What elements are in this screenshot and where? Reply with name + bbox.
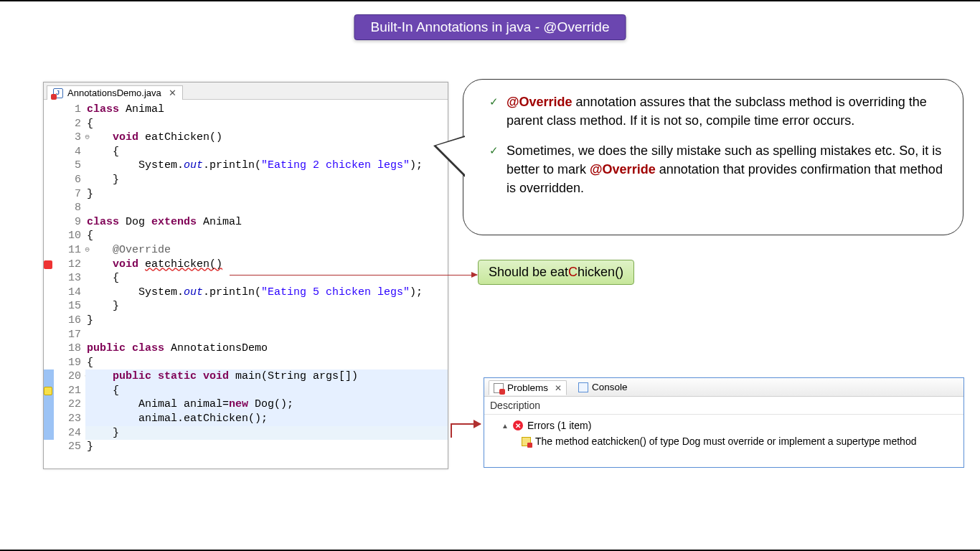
code-line[interactable]: animal.eatChicken(); (85, 412, 448, 426)
problems-arrow (451, 423, 481, 425)
line-number: 2 (57, 117, 81, 131)
line-number: 5 (57, 159, 81, 173)
code-line[interactable]: @Override (85, 243, 448, 258)
line-number: 18 (57, 342, 81, 356)
line-number: 17 (57, 328, 81, 342)
code-line[interactable]: System.out.println("Eating 5 chicken leg… (85, 286, 448, 300)
callout-point-1: @Override annotation assures that the su… (492, 93, 943, 130)
code-line[interactable]: } (85, 299, 448, 314)
hint-arrow (230, 275, 477, 276)
code-line[interactable] (85, 201, 448, 215)
line-number: 24 (57, 426, 81, 441)
line-number: 11 (57, 243, 81, 258)
code-line[interactable]: class Dog extends Animal (85, 215, 448, 230)
error-item-row[interactable]: The method eatchicken() of type Dog must… (489, 433, 959, 449)
code-line[interactable]: Animal animal=new Dog(); (85, 397, 448, 412)
correction-hint: Should be eatChicken() (478, 260, 634, 285)
expand-icon[interactable]: ▲ (501, 422, 509, 430)
line-number: 15 (57, 299, 81, 314)
code-line[interactable]: { (85, 229, 448, 243)
line-number: 22 (57, 397, 81, 412)
line-number: 14 (57, 286, 81, 300)
code-line[interactable]: public static void main(String args[]) (85, 369, 448, 384)
code-line[interactable]: class Animal (85, 103, 448, 117)
editor-tabbar: AnnotationsDemo.java ✕ (44, 83, 448, 100)
code-body[interactable]: 1234567891011121314151617181920212223242… (44, 100, 448, 454)
problems-tree: ▲ ✕ Errors (1 item) The method eatchicke… (484, 415, 963, 452)
code-line[interactable]: { (85, 145, 448, 159)
marker-column (44, 103, 57, 454)
code-line[interactable] (85, 328, 448, 342)
line-number: 7 (57, 187, 81, 202)
line-number: 10 (57, 229, 81, 243)
code-line[interactable]: void eatChicken() (85, 131, 448, 145)
problems-column-header[interactable]: Description (484, 397, 963, 415)
line-number: 20 (57, 369, 81, 384)
code-line[interactable]: System.out.println("Eating 2 chicken leg… (85, 159, 448, 173)
line-number: 25 (57, 440, 81, 454)
slide-title: Built-In Annotations in java - @Override (354, 14, 626, 40)
code-line[interactable]: } (85, 187, 448, 202)
code-line[interactable]: void eatchicken() (85, 258, 448, 272)
code-line[interactable]: { (85, 271, 448, 286)
code-editor-pane: AnnotationsDemo.java ✕ 12345678910111213… (43, 82, 448, 469)
editor-tab-file[interactable]: AnnotationsDemo.java ✕ (47, 85, 183, 100)
code-line[interactable]: { (85, 384, 448, 398)
line-number: 13 (57, 271, 81, 286)
error-icon: ✕ (513, 420, 523, 430)
editor-tab-label: AnnotationsDemo.java (67, 88, 161, 98)
code-line[interactable]: } (85, 314, 448, 328)
tab-problems-label: Problems (507, 382, 548, 393)
warning-marker-icon (44, 387, 52, 395)
code-line[interactable]: { (85, 117, 448, 131)
problems-view: Problems ✕ Console Description ▲ ✕ Error… (484, 377, 964, 468)
line-number: 16 (57, 314, 81, 328)
line-number: 21 (57, 384, 81, 398)
line-number: 6 (57, 173, 81, 187)
code-line[interactable]: } (85, 440, 448, 454)
close-icon[interactable]: ✕ (169, 88, 176, 98)
java-file-error-icon (53, 88, 63, 98)
line-number: 19 (57, 356, 81, 370)
error-marker-icon (44, 260, 52, 269)
error-group-label: Errors (1 item) (527, 420, 591, 431)
line-number-gutter: 1234567891011121314151617181920212223242… (57, 103, 85, 454)
close-icon[interactable]: ✕ (555, 383, 562, 393)
code-line[interactable]: public class AnnotationsDemo (85, 342, 448, 356)
error-item-text: The method eatchicken() of type Dog must… (535, 435, 916, 447)
problems-tabbar: Problems ✕ Console (484, 378, 963, 397)
console-icon (578, 382, 588, 392)
line-number: 9 (57, 215, 81, 230)
code-line[interactable]: { (85, 356, 448, 370)
problems-icon (494, 383, 504, 393)
explanation-callout: @Override annotation assures that the su… (463, 79, 963, 235)
line-number: 12 (57, 258, 81, 272)
tab-console-label: Console (592, 382, 628, 392)
line-number: 8 (57, 201, 81, 215)
line-number: 23 (57, 412, 81, 426)
tab-console[interactable]: Console (574, 380, 632, 394)
tab-problems[interactable]: Problems ✕ (489, 380, 567, 395)
line-number: 1 (57, 103, 81, 117)
code-line[interactable]: } (85, 173, 448, 187)
callout-point-2: Sometimes, we does the silly mistake suc… (492, 141, 943, 197)
code-line[interactable]: } (85, 426, 448, 441)
line-number: 3 (57, 131, 81, 145)
error-item-icon (522, 437, 531, 446)
error-group-row[interactable]: ▲ ✕ Errors (1 item) (489, 418, 959, 433)
callout-tail-fill (436, 137, 465, 174)
line-number: 4 (57, 145, 81, 159)
code-text-area[interactable]: class Animal{ void eatChicken() { System… (85, 103, 448, 454)
